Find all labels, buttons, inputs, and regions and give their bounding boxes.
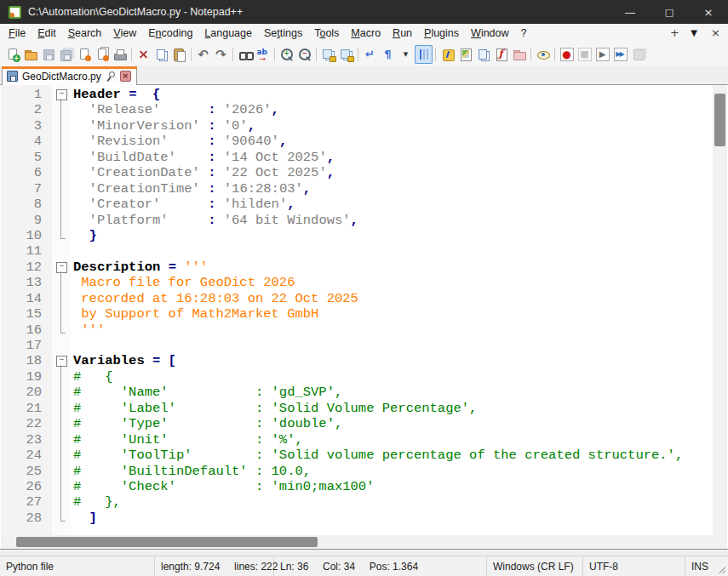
tab-geodictmacro[interactable]: GeoDictMacro.py × xyxy=(2,66,137,85)
fold-margin-cell xyxy=(52,464,71,479)
run-macro-multiple-button[interactable] xyxy=(611,45,629,64)
show-symbol-dropdown-button[interactable] xyxy=(397,45,415,64)
tab-list-dropdown[interactable]: ▼ xyxy=(685,26,702,41)
save-file-button[interactable] xyxy=(39,45,57,64)
sync-horizontal-scroll-button[interactable] xyxy=(337,45,355,64)
zoom-out-button[interactable] xyxy=(295,45,313,64)
redo-button[interactable] xyxy=(212,45,230,64)
code-text[interactable]: Variables = [ xyxy=(71,353,713,368)
zoom-in-button[interactable] xyxy=(278,45,295,64)
code-text[interactable]: # 'ToolTip' : 'Solid volume percentage o… xyxy=(71,448,713,463)
code-text[interactable]: } xyxy=(71,228,713,243)
tab-bar: GeoDictMacro.py × xyxy=(0,66,728,85)
code-text[interactable]: by Support of Math2Market GmbH xyxy=(71,306,713,322)
save-all-button[interactable] xyxy=(57,45,75,64)
menu-item-run[interactable]: Run xyxy=(387,26,418,41)
menu-item-help[interactable]: ? xyxy=(515,26,533,41)
resize-grip[interactable] xyxy=(719,567,725,573)
function-list-button[interactable] xyxy=(492,45,510,64)
cut-button[interactable] xyxy=(135,45,152,64)
close-all-button[interactable] xyxy=(93,45,111,64)
monitoring-button[interactable] xyxy=(534,45,552,64)
indent-guide-button[interactable] xyxy=(415,45,433,64)
find-button[interactable] xyxy=(236,45,254,64)
print-button[interactable] xyxy=(111,45,129,64)
horizontal-scrollbar-thumb[interactable] xyxy=(16,537,318,547)
code-text[interactable]: # 'Check' : 'min0;max100' xyxy=(71,479,713,494)
code-text[interactable]: # }, xyxy=(71,494,713,510)
menu-item-macro[interactable]: Macro xyxy=(345,26,387,41)
minimize-button[interactable]: — xyxy=(610,0,650,24)
fold-marker[interactable] xyxy=(52,353,71,368)
stop-recording-button[interactable] xyxy=(576,45,593,64)
open-file-button[interactable] xyxy=(21,45,39,64)
code-text[interactable]: # 'Label' : 'Solid Volume Percentage', xyxy=(71,401,713,416)
code-text[interactable]: Macro file for GeoDict 2026 xyxy=(71,275,713,290)
code-text[interactable] xyxy=(71,243,713,259)
code-text[interactable]: Header = { xyxy=(71,87,713,102)
sync-vertical-scroll-button[interactable] xyxy=(319,45,337,64)
record-macro-button[interactable] xyxy=(558,45,576,64)
code-text[interactable]: ''' xyxy=(71,322,713,338)
undo-button[interactable] xyxy=(194,45,212,64)
new-tab-button[interactable]: + xyxy=(665,26,682,41)
menu-item-search[interactable]: Search xyxy=(62,26,108,41)
menu-item-plugins[interactable]: Plugins xyxy=(418,26,465,41)
code-text[interactable]: 'MinorVersion' : '0', xyxy=(71,118,713,134)
save-recorded-macro-button[interactable] xyxy=(629,45,647,64)
code-text[interactable]: 'Platform' : '64 bit Windows', xyxy=(71,213,713,228)
editor-pane[interactable]: 1Header = {2 'Release' : '2026',3 'Minor… xyxy=(0,85,728,549)
close-tab-button[interactable]: × xyxy=(706,26,723,41)
new-file-button[interactable] xyxy=(3,45,21,64)
menu-item-tools[interactable]: Tools xyxy=(308,26,345,41)
code-text[interactable]: ] xyxy=(71,510,713,526)
code-text[interactable]: # 'Unit' : '%', xyxy=(71,432,713,448)
folder-as-workspace-button[interactable] xyxy=(510,45,528,64)
line-number: 17 xyxy=(1,338,52,353)
document-map-button[interactable] xyxy=(456,45,474,64)
code-text[interactable]: 'Creator' : 'hilden', xyxy=(71,197,713,212)
code-text[interactable]: 'CreationDate' : '22 Oct 2025', xyxy=(71,165,713,180)
menu-item-window[interactable]: Window xyxy=(465,26,514,41)
code-text[interactable]: # 'Name' : 'gd_SVP', xyxy=(71,385,713,400)
code-text[interactable]: # 'BuiltinDefault' : 10.0, xyxy=(71,464,713,479)
word-wrap-button[interactable] xyxy=(361,45,379,64)
line-number: 20 xyxy=(1,385,52,400)
close-file-button[interactable] xyxy=(75,45,93,64)
code-text[interactable]: # 'Type' : 'double', xyxy=(71,416,713,431)
code-text[interactable]: # { xyxy=(71,369,713,385)
vertical-scrollbar-thumb[interactable] xyxy=(714,94,725,146)
fold-margin-cell xyxy=(52,102,71,117)
vertical-scrollbar[interactable] xyxy=(713,85,727,535)
menu-item-file[interactable]: File xyxy=(3,26,32,41)
menu-item-edit[interactable]: Edit xyxy=(32,26,62,41)
show-all-characters-button[interactable] xyxy=(379,45,397,64)
close-button[interactable]: × xyxy=(689,0,728,24)
code-text[interactable]: 'Revision' : '90640', xyxy=(71,134,713,149)
fold-marker[interactable] xyxy=(52,87,71,102)
playback-macro-button[interactable] xyxy=(593,45,611,64)
status-doc-size-text: length: 9.724 lines: 222 xyxy=(161,561,278,573)
pin-icon[interactable] xyxy=(106,71,116,83)
maximize-button[interactable]: □ xyxy=(650,0,689,24)
menu-item-encoding[interactable]: Encoding xyxy=(142,26,198,41)
code-text[interactable]: 'CreationTime' : '16:28:03', xyxy=(71,181,713,197)
code-text[interactable] xyxy=(71,338,713,353)
fold-marker[interactable] xyxy=(52,259,71,275)
paste-button[interactable] xyxy=(170,45,188,64)
menu-item-view[interactable]: View xyxy=(107,26,142,41)
menu-item-language[interactable]: Language xyxy=(198,26,258,41)
code-text[interactable]: 'BuildDate' : '14 Oct 2025', xyxy=(71,150,713,165)
status-eol-format: Windows (CR LF) xyxy=(487,556,583,576)
copy-button[interactable] xyxy=(152,45,170,64)
code-text[interactable]: recorded at 16:28:03 on 22 Oct 2025 xyxy=(71,291,713,306)
define-language-button[interactable] xyxy=(439,45,456,64)
code-text[interactable]: Description = ''' xyxy=(71,259,713,275)
code-text[interactable]: 'Release' : '2026', xyxy=(71,102,713,117)
menu-item-settings[interactable]: Settings xyxy=(258,26,308,41)
fold-margin-cell xyxy=(52,181,71,197)
document-list-button[interactable] xyxy=(474,45,492,64)
horizontal-scrollbar[interactable] xyxy=(1,535,713,549)
tab-close-icon[interactable]: × xyxy=(120,71,131,82)
replace-button[interactable] xyxy=(254,45,272,64)
